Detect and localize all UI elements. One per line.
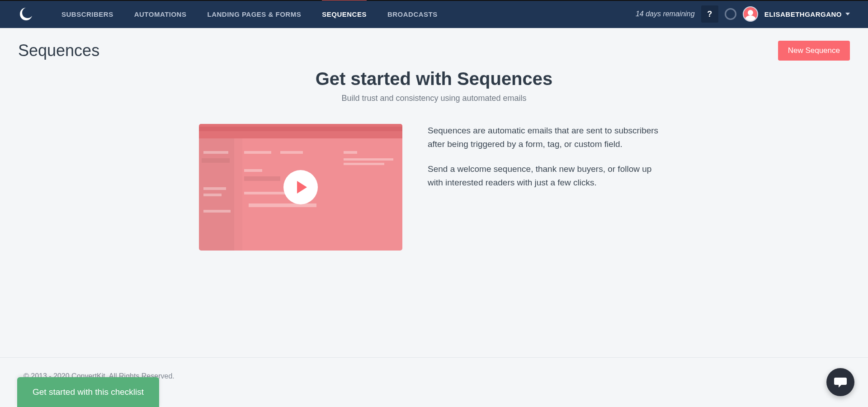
page-header: Sequences New Sequence <box>0 28 868 65</box>
chat-icon <box>834 376 847 388</box>
top-navigation: SUBSCRIBERS AUTOMATIONS LANDING PAGES & … <box>0 0 868 28</box>
top-right-controls: 14 days remaining ? ELISABETHGARGANO <box>636 5 850 23</box>
nav-broadcasts[interactable]: BROADCASTS <box>387 0 438 28</box>
thumb-decor <box>203 151 228 154</box>
hero-description: Sequences are automatic emails that are … <box>428 124 669 201</box>
hero-section: Get started with Sequences Build trust a… <box>0 65 868 251</box>
hero-paragraph-1: Sequences are automatic emails that are … <box>428 124 669 151</box>
thumb-decor <box>203 194 222 196</box>
username-label: ELISABETHGARGANO <box>764 10 842 18</box>
checklist-launcher[interactable]: Get started with this checklist <box>17 377 159 407</box>
chevron-down-icon <box>845 13 850 15</box>
brand-logo[interactable] <box>18 6 34 22</box>
thumb-decor <box>203 210 231 213</box>
thumb-decor <box>344 158 393 161</box>
nav-sequences[interactable]: SEQUENCES <box>322 0 367 28</box>
thumb-decor <box>244 176 280 181</box>
trial-remaining: 14 days remaining <box>636 10 695 18</box>
play-button <box>283 170 318 204</box>
intro-video-thumbnail[interactable] <box>199 124 402 251</box>
page-title: Sequences <box>18 41 99 60</box>
hero-subtitle: Build trust and consistency using automa… <box>341 94 526 103</box>
hero-row: Sequences are automatic emails that are … <box>199 124 669 251</box>
chat-launcher[interactable] <box>826 368 854 396</box>
nav-landing-pages[interactable]: LANDING PAGES & FORMS <box>207 0 301 28</box>
thumb-decor <box>344 163 384 165</box>
thumb-decor <box>199 124 402 138</box>
nav-automations[interactable]: AUTOMATIONS <box>134 0 187 28</box>
nav-subscribers[interactable]: SUBSCRIBERS <box>61 0 113 28</box>
thumb-decor <box>244 151 271 154</box>
thumb-decor <box>280 151 303 154</box>
thumb-decor <box>249 204 316 207</box>
hero-title: Get started with Sequences <box>316 69 553 89</box>
thumb-decor <box>244 169 262 172</box>
hero-paragraph-2: Send a welcome sequence, thank new buyer… <box>428 162 669 190</box>
help-button[interactable]: ? <box>701 5 718 23</box>
new-sequence-button[interactable]: New Sequence <box>778 41 850 61</box>
nav-items: SUBSCRIBERS AUTOMATIONS LANDING PAGES & … <box>61 0 438 28</box>
thumb-decor <box>203 187 226 190</box>
user-avatar[interactable] <box>743 6 758 22</box>
logo-swirl-icon <box>18 6 34 22</box>
play-icon <box>297 181 307 194</box>
status-ring-icon[interactable] <box>725 8 736 20</box>
thumb-decor <box>344 151 357 154</box>
thumb-decor <box>234 138 242 251</box>
user-menu[interactable]: ELISABETHGARGANO <box>764 10 850 18</box>
thumb-decor <box>199 127 402 131</box>
thumb-decor <box>202 158 230 163</box>
